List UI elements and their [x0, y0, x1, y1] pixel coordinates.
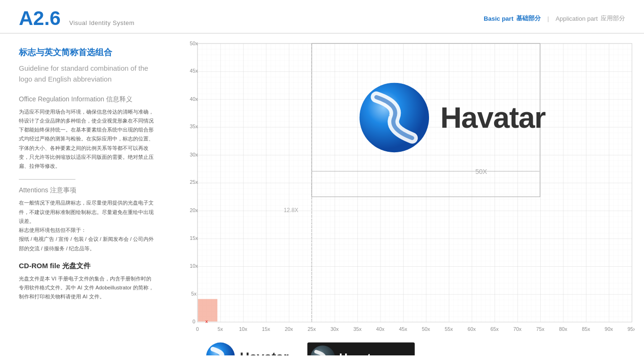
info-title-cn: 信息释义 [106, 95, 132, 103]
vis-system-label: Visual Identity System [69, 19, 135, 26]
x-label-50: 50x [422, 326, 430, 332]
x-label-95: 95x [627, 326, 635, 332]
x-label-75: 75x [536, 326, 545, 332]
attentions-body: 在一般情况下使用品牌标志，应尽量使用提供的光盘电子文件，不建议使用标准制图绘制标… [19, 198, 156, 253]
x-label-65: 65x [490, 326, 499, 332]
main-content: 标志与英文简称首选组合 Guideline for standard combi… [0, 33, 644, 360]
x-label-40: 40x [376, 326, 385, 332]
x-label-10: 10x [239, 326, 248, 332]
y-label-0: 0 [192, 319, 195, 324]
x-label-70: 70x [513, 326, 522, 332]
x-label-5: 5x [218, 326, 223, 332]
x-label-45: 45x [399, 326, 407, 332]
y-label-40: 40x [190, 96, 198, 102]
x-label-30: 30x [330, 326, 339, 332]
info-body: 为适应不同使用场合与环境，确保信息传达的清晰与准确，特设计了企业品牌的多种组合，… [19, 107, 156, 171]
x-label-80: 80x [559, 326, 568, 332]
header-left: A2.6 Visual Identity System [19, 8, 134, 28]
x-label-35: 35x [353, 326, 362, 332]
x-marker: x [206, 319, 208, 324]
section-subtitle: Guideline for standard combination of th… [19, 63, 156, 85]
info-title: Office Regulation Information 信息释义 [19, 95, 156, 104]
section-title: 标志与英文简称首选组合 [19, 47, 156, 58]
x-label-85: 85x [582, 326, 590, 332]
x-label-0: 0 [196, 326, 199, 332]
logo-dark-text: Havatar [339, 351, 382, 355]
y-label-20: 20x [190, 207, 198, 213]
cd-title: CD-ROM file 光盘文件 [19, 262, 156, 271]
x-label-55: 55x [445, 326, 453, 332]
attentions-en: Attentions [19, 186, 48, 194]
chart-grid [198, 43, 632, 322]
min-size-box [198, 299, 217, 321]
header: A2.6 Visual Identity System Basic part 基… [0, 0, 644, 33]
nav-basic-en[interactable]: Basic part [484, 15, 513, 22]
y-label-30: 30x [190, 152, 198, 157]
left-panel: 标志与英文简称首选组合 Guideline for standard combi… [0, 33, 174, 360]
nav-app-en[interactable]: Application part [555, 15, 598, 22]
y-label-25: 25x [190, 179, 198, 185]
y-label-45: 45x [190, 68, 198, 74]
logo-light-text: Havatar [240, 349, 289, 355]
x-label-90: 90x [605, 326, 613, 332]
y-label-15: 15x [190, 235, 198, 241]
nav-basic-cn[interactable]: 基础部分 [516, 14, 541, 23]
x-label-25: 25x [307, 326, 316, 332]
y-label-50: 50x [190, 41, 198, 47]
attentions-cn: 注意事项 [50, 186, 76, 194]
y-label-5: 5x [191, 291, 197, 296]
page-number: A2.6 [19, 8, 61, 28]
x-label-60: 60x [468, 326, 476, 332]
info-title-en: Office Regulation Information [19, 95, 104, 103]
nav-separator: | [547, 15, 549, 22]
label-12-8x: 12.8X [284, 207, 298, 214]
nav-app-cn[interactable]: 应用部分 [601, 14, 625, 23]
cd-body: 光盘文件是本 VI 手册电子文件的集合，内含手册制作时的专用软件格式文件。其中 … [19, 274, 156, 302]
attentions-title: Attentions 注意事项 [19, 186, 156, 195]
svg-point-3 [174, 38, 190, 54]
y-label-35: 35x [190, 123, 198, 129]
x-label-20: 20x [285, 326, 293, 332]
y-label-10: 10x [190, 263, 198, 269]
divider [19, 179, 75, 180]
nav-bar: Basic part 基础部分 | Application part 应用部分 [484, 14, 625, 23]
chart-svg: 0 5x 10x 15x 20x 25x 30x 35x 40x 45x 50x… [174, 38, 635, 355]
chart-logo-text: Havatar [440, 101, 546, 134]
x-label-15: 15x [262, 326, 270, 332]
right-panel: 0 5x 10x 15x 20x 25x 30x 35x 40x 45x 50x… [174, 33, 644, 360]
